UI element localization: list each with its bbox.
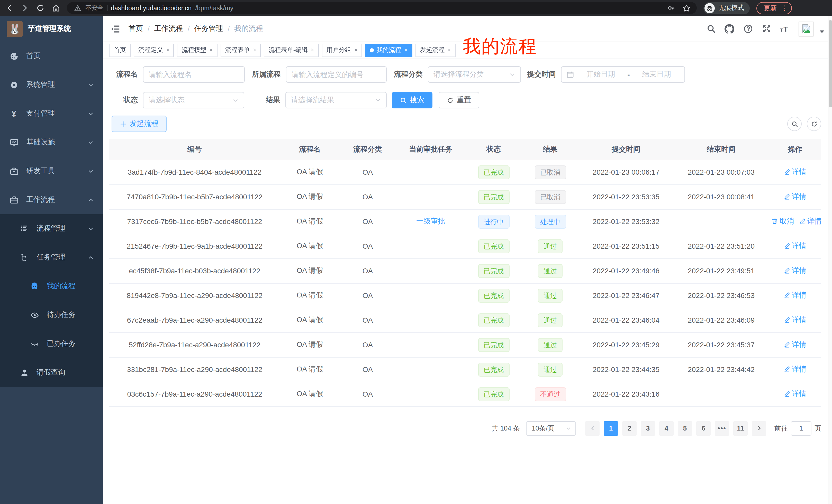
process-definition-input-wrap — [286, 66, 387, 83]
tab-close-icon[interactable]: × — [354, 47, 358, 53]
sidebar-item-devtools[interactable]: 研发工具 — [0, 157, 103, 186]
update-label[interactable]: 更新 — [763, 3, 777, 12]
tab-流程表单-编辑[interactable]: 流程表单-编辑× — [264, 44, 319, 57]
page-button-1[interactable]: 1 — [604, 421, 618, 436]
result-badge: 已取消 — [535, 190, 566, 204]
sidebar-item-todo-tasks[interactable]: 待办任务 — [0, 301, 103, 329]
page-button-6[interactable]: 6 — [696, 421, 711, 436]
chevron-up-icon — [87, 254, 94, 260]
toggle-search-icon[interactable] — [787, 117, 802, 131]
tab-流程定义[interactable]: 流程定义× — [134, 44, 174, 57]
fullscreen-icon[interactable] — [761, 24, 771, 34]
page-button-11[interactable]: 11 — [733, 421, 748, 436]
search-button[interactable]: 搜索 — [392, 92, 433, 108]
actions-cell: 详情 — [769, 308, 821, 332]
cancel-action-link[interactable]: 取消 — [771, 217, 794, 226]
more-pages-icon[interactable]: ••• — [715, 421, 729, 436]
breadcrumb-item[interactable]: 首页 — [129, 24, 143, 33]
refresh-icon[interactable] — [807, 117, 821, 131]
sidebar-item-task-mgmt[interactable]: 任务管理 — [0, 243, 103, 272]
page-button-3[interactable]: 3 — [641, 421, 655, 436]
security-label[interactable]: 不安全 — [85, 4, 103, 12]
avatar-caret-icon[interactable] — [819, 27, 825, 36]
process-name: OA 请假 — [280, 209, 339, 234]
detail-action-link[interactable]: 详情 — [784, 242, 806, 251]
url-host[interactable]: dashboard.yudao.iocoder.cn — [111, 4, 191, 11]
detail-action-link[interactable]: 详情 — [784, 192, 806, 201]
header-search-icon[interactable] — [706, 24, 716, 34]
page-button-4[interactable]: 4 — [659, 421, 674, 436]
process-definition-label: 所属流程 — [250, 70, 281, 79]
tab-我的流程[interactable]: 我的流程× — [365, 44, 412, 57]
detail-action-link[interactable]: 详情 — [799, 217, 821, 226]
category-select[interactable]: 请选择流程分类 — [428, 66, 521, 83]
sidebar-item-system[interactable]: 系统管理 — [0, 71, 103, 99]
status-select[interactable]: 请选择状态 — [143, 92, 244, 108]
font-size-icon[interactable]: TT — [780, 24, 790, 34]
scrollbar-thumb[interactable] — [829, 20, 832, 107]
browser-menu-icon[interactable]: ⋮ — [781, 5, 788, 11]
result-select[interactable]: 请选择流结果 — [285, 92, 387, 108]
tab-close-icon[interactable]: × — [253, 47, 256, 53]
process-name-input[interactable] — [149, 71, 239, 79]
current-task-cell: 一级审批 — [396, 209, 465, 234]
bookmark-star-icon[interactable] — [682, 4, 691, 12]
reload-icon[interactable] — [36, 4, 45, 12]
next-page-button[interactable] — [752, 421, 766, 436]
avatar-broken-image[interactable] — [799, 21, 813, 36]
address-bar[interactable]: 不安全 dashboard.yudao.iocoder.cn/bpm/task/… — [67, 2, 697, 14]
detail-action-link[interactable]: 详情 — [784, 266, 806, 275]
detail-action-link[interactable]: 详情 — [784, 365, 806, 374]
tab-发起流程[interactable]: 发起流程× — [415, 44, 456, 57]
back-icon[interactable] — [5, 4, 14, 12]
submit-time: 2022-01-22 23:46:04 — [578, 308, 674, 332]
task-link[interactable]: 一级审批 — [416, 217, 445, 225]
update-button[interactable]: 更新 ⋮ — [756, 2, 792, 14]
detail-action-link[interactable]: 详情 — [784, 389, 806, 399]
help-icon[interactable] — [743, 24, 753, 34]
hamburger-icon[interactable] — [110, 24, 120, 34]
sidebar-item-workflow[interactable]: 工作流程 — [0, 186, 103, 214]
process-definition-input[interactable] — [291, 71, 381, 79]
breadcrumb-item[interactable]: 任务管理 — [194, 24, 223, 33]
sidebar-item-my-process[interactable]: 我的流程 — [0, 272, 103, 301]
page-size-select[interactable]: 10条/页 — [526, 421, 576, 436]
sidebar-item-home[interactable]: 首页 — [0, 41, 103, 71]
home-icon[interactable] — [51, 4, 60, 12]
github-icon[interactable] — [725, 24, 734, 34]
tab-close-icon[interactable]: × — [448, 47, 451, 53]
reset-button[interactable]: 重置 — [439, 92, 479, 108]
tab-close-icon[interactable]: × — [166, 47, 170, 53]
sidebar-item-payment[interactable]: ¥ 支付管理 — [0, 99, 103, 128]
sidebar-item-process-mgmt[interactable]: 流程管理 — [0, 214, 103, 243]
tab-首页[interactable]: 首页 — [109, 44, 131, 57]
breadcrumb-item[interactable]: 工作流程 — [154, 24, 183, 33]
detail-action-link[interactable]: 详情 — [784, 340, 806, 349]
tab-流程模型[interactable]: 流程模型× — [177, 44, 217, 57]
page-button-5[interactable]: 5 — [678, 421, 692, 436]
detail-action-link[interactable]: 详情 — [784, 291, 806, 300]
page-scrollbar[interactable] — [828, 16, 832, 504]
end-time — [674, 382, 769, 407]
key-icon[interactable] — [667, 4, 676, 12]
app-logo-row[interactable]: 🐰 芋道管理系统 — [0, 16, 103, 41]
forward-icon[interactable] — [21, 4, 29, 12]
create-process-button[interactable]: 发起流程 — [111, 116, 166, 132]
detail-action-link[interactable]: 详情 — [784, 315, 806, 325]
page-button-2[interactable]: 2 — [622, 421, 636, 436]
prev-page-button[interactable] — [585, 421, 600, 436]
goto-page-input[interactable] — [791, 421, 811, 436]
tab-close-icon[interactable]: × — [210, 47, 213, 53]
sidebar-item-leave-query[interactable]: 请假查询 — [0, 358, 103, 387]
tab-用户分组[interactable]: 用户分组× — [322, 44, 362, 57]
status-badge: 已完成 — [478, 362, 509, 376]
sidebar-item-done-tasks[interactable]: 已办任务 — [0, 329, 103, 358]
tab-流程表单[interactable]: 流程表单× — [220, 44, 261, 57]
url-path[interactable]: /bpm/task/my — [195, 4, 233, 11]
sidebar-item-infra[interactable]: 基础设施 — [0, 128, 103, 157]
tab-close-icon[interactable]: × — [404, 47, 408, 53]
submit-time-range-picker[interactable]: 开始日期 - 结束日期 — [561, 66, 685, 83]
tab-label: 流程模型 — [182, 46, 206, 54]
tab-close-icon[interactable]: × — [311, 47, 314, 53]
detail-action-link[interactable]: 详情 — [784, 167, 806, 177]
